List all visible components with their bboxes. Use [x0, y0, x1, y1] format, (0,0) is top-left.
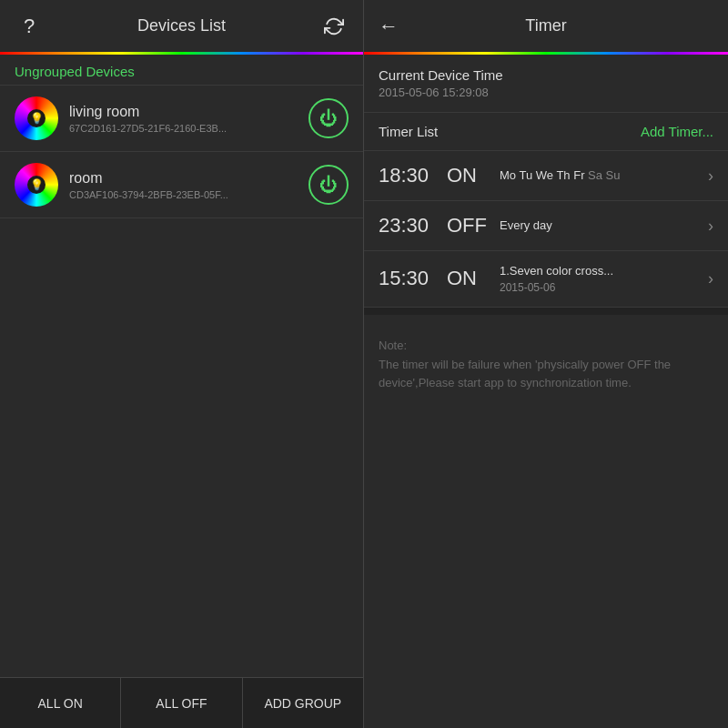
current-time-section: Current Device Time 2015-05-06 15:29:08	[364, 55, 728, 113]
timer-time: 15:30	[379, 267, 447, 290]
timer-status: ON	[447, 267, 490, 290]
add-group-button[interactable]: ADD GROUP	[243, 678, 363, 728]
all-on-button[interactable]: ALL ON	[0, 678, 121, 728]
timer-days-text: Every day	[500, 218, 552, 232]
timer-days: 1.Seven color cross...	[500, 264, 701, 279]
device-icon: 💡	[15, 96, 58, 140]
left-panel: ? Devices List Ungrouped Devices 💡 livin…	[0, 0, 364, 728]
timer-time: 18:30	[379, 164, 447, 187]
current-time-label: Current Device Time	[379, 67, 713, 83]
left-header: ? Devices List	[0, 0, 363, 55]
timer-item[interactable]: 23:30 OFF Every day ›	[364, 201, 728, 251]
add-timer-button[interactable]: Add Timer...	[641, 124, 713, 139]
timer-item[interactable]: 18:30 ON Mo Tu We Th Fr Sa Su ›	[364, 151, 728, 201]
right-content: Current Device Time 2015-05-06 15:29:08 …	[364, 55, 728, 728]
bulb-symbol: 💡	[30, 178, 44, 191]
timer-title: Timer	[525, 16, 566, 35]
timer-list-header: Timer List Add Timer...	[364, 113, 728, 151]
timer-days: Every day	[500, 218, 701, 234]
power-icon: ⏻	[319, 175, 338, 196]
device-id: 67C2D161-27D5-21F6-2160-E3B...	[69, 123, 308, 134]
current-time-value: 2015-05-06 15:29:08	[379, 86, 713, 99]
timer-time: 23:30	[379, 214, 447, 238]
device-name: room	[69, 170, 308, 187]
timer-extra: 2015-05-06	[500, 281, 701, 294]
power-button[interactable]: ⏻	[308, 98, 349, 138]
left-footer: ALL ON ALL OFF ADD GROUP	[0, 677, 363, 728]
timer-item[interactable]: 15:30 ON 1.Seven color cross... 2015-05-…	[364, 251, 728, 308]
right-header: ← Timer	[364, 0, 728, 55]
back-button[interactable]: ←	[379, 15, 399, 38]
refresh-icon[interactable]	[319, 12, 349, 41]
devices-list-title: Devices List	[137, 16, 226, 35]
chevron-right-icon: ›	[708, 167, 713, 186]
device-item[interactable]: 💡 room CD3AF106-3794-2BFB-23EB-05F... ⏻	[0, 152, 363, 218]
device-id: CD3AF106-3794-2BFB-23EB-05F...	[69, 189, 308, 200]
timer-list-label: Timer List	[379, 124, 438, 139]
device-icon: 💡	[15, 163, 58, 207]
device-item[interactable]: 💡 living room 67C2D161-27D5-21F6-2160-E3…	[0, 86, 363, 152]
power-button[interactable]: ⏻	[308, 165, 349, 205]
chevron-right-icon: ›	[708, 269, 713, 288]
right-panel: ← Timer Current Device Time 2015-05-06 1…	[364, 0, 728, 728]
power-icon: ⏻	[319, 108, 338, 129]
note-section: Note:The timer will be failure when 'phy…	[364, 322, 728, 408]
chevron-right-icon: ›	[708, 217, 713, 236]
help-icon[interactable]: ?	[15, 12, 44, 41]
timer-status: OFF	[447, 214, 490, 238]
note-text: Note:The timer will be failure when 'phy…	[379, 337, 713, 393]
ungrouped-label: Ungrouped Devices	[0, 55, 363, 86]
timer-status: ON	[447, 164, 490, 187]
device-name: living room	[69, 104, 308, 120]
timer-days: Mo Tu We Th Fr Sa Su	[500, 168, 701, 184]
bulb-symbol: 💡	[30, 112, 44, 125]
separator	[364, 308, 728, 315]
all-off-button[interactable]: ALL OFF	[121, 678, 242, 728]
device-list: 💡 living room 67C2D161-27D5-21F6-2160-E3…	[0, 86, 363, 677]
